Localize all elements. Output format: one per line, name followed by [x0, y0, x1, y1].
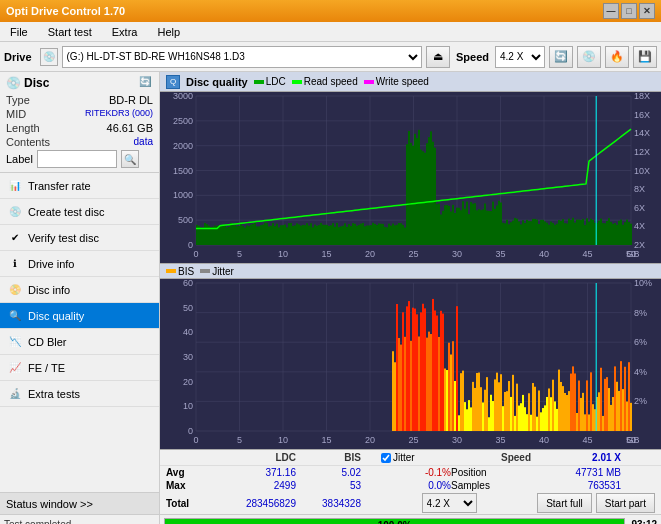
samples-value: 763531 — [531, 480, 621, 491]
stats-speed-header: Speed — [451, 452, 531, 463]
cd-bler-icon: 📉 — [8, 335, 22, 349]
label-input[interactable] — [37, 150, 117, 168]
progress-bar-container: Test completed — [0, 514, 159, 524]
content-area: Q Disc quality LDC Read speed Write spee… — [160, 72, 661, 524]
legend-bis-color — [166, 269, 176, 273]
length-value: 46.61 GB — [107, 122, 153, 134]
stats-max-row: Max 2499 53 0.0% Samples 763531 — [160, 479, 661, 492]
disc-quality-title: Disc quality — [186, 76, 248, 88]
legend-jitter: Jitter — [200, 266, 234, 277]
legend-jitter-label: Jitter — [212, 266, 234, 277]
menu-start-test[interactable]: Start test — [42, 24, 98, 40]
bottom-chart-canvas — [160, 279, 661, 449]
nav-extra-tests[interactable]: 🔬 Extra tests — [0, 381, 159, 407]
nav-create-test-disc[interactable]: 💿 Create test disc — [0, 199, 159, 225]
nav-cd-bler[interactable]: 📉 CD Bler — [0, 329, 159, 355]
disc-title: Disc — [24, 76, 49, 90]
speed-selector-area: 4.2 X — [422, 493, 477, 513]
save-button[interactable]: 💾 — [633, 46, 657, 68]
title-bar: Opti Drive Control 1.70 — □ ✕ — [0, 0, 661, 22]
drive-toolbar: Drive 💿 (G:) HL-DT-ST BD-RE WH16NS48 1.D… — [0, 42, 661, 72]
nav-fe-te[interactable]: 📈 FE / TE — [0, 355, 159, 381]
left-panel: 💿 Disc 🔄 Type BD-R DL MID RITEKDR3 (000)… — [0, 72, 160, 524]
nav-drive-info[interactable]: ℹ Drive info — [0, 251, 159, 277]
drive-label: Drive — [4, 51, 32, 63]
legend-bis-label: BIS — [178, 266, 194, 277]
total-ldc: 283456829 — [221, 498, 296, 509]
create-test-disc-icon: 💿 — [8, 205, 22, 219]
app-title: Opti Drive Control 1.70 — [6, 5, 125, 17]
fe-te-icon: 📈 — [8, 361, 22, 375]
start-full-button[interactable]: Start full — [537, 493, 592, 513]
menu-file[interactable]: File — [4, 24, 34, 40]
chart-icon: Q — [166, 75, 180, 89]
disc-icon: 💿 — [6, 76, 20, 90]
avg-jitter: -0.1% — [381, 467, 451, 478]
eject-button[interactable]: ⏏ — [426, 46, 450, 68]
samples-label: Samples — [451, 480, 531, 491]
stats-jitter-check-area: Jitter — [381, 452, 451, 463]
drive-icon: 💿 — [40, 48, 58, 66]
length-label: Length — [6, 122, 40, 134]
label-search-button[interactable]: 🔍 — [121, 150, 139, 168]
label-label: Label — [6, 153, 33, 165]
legend-ldc: LDC — [254, 76, 286, 87]
verify-test-disc-icon: ✔ — [8, 231, 22, 245]
action-buttons: Start full Start part — [537, 493, 655, 513]
bottom-chart — [160, 279, 661, 449]
jitter-checkbox[interactable] — [381, 453, 391, 463]
legend-bis: BIS — [166, 266, 194, 277]
legend-write-speed: Write speed — [364, 76, 429, 87]
start-part-button[interactable]: Start part — [596, 493, 655, 513]
legend-read-speed-label: Read speed — [304, 76, 358, 87]
drive-select[interactable]: (G:) HL-DT-ST BD-RE WH16NS48 1.D3 — [62, 46, 422, 68]
disc-quality-header: Q Disc quality LDC Read speed Write spee… — [160, 72, 661, 92]
mid-label: MID — [6, 108, 26, 120]
speed-select[interactable]: 4.2 X — [495, 46, 545, 68]
total-bis: 3834328 — [296, 498, 361, 509]
menu-help[interactable]: Help — [151, 24, 186, 40]
status-window-button[interactable]: Status window >> — [0, 492, 159, 514]
type-value: BD-R DL — [109, 94, 153, 106]
nav-disc-quality[interactable]: 🔍 Disc quality — [0, 303, 159, 329]
bis-legend-bar: BIS Jitter — [160, 263, 661, 279]
nav-disc-info-label: Disc info — [28, 284, 70, 296]
disc-button[interactable]: 💿 — [577, 46, 601, 68]
stats-bis-header: BIS — [296, 452, 361, 463]
disc-info-icon: 📀 — [8, 283, 22, 297]
minimize-button[interactable]: — — [603, 3, 619, 19]
pos-value: 47731 MB — [531, 467, 621, 478]
window-controls: — □ ✕ — [603, 3, 655, 19]
nav-drive-info-label: Drive info — [28, 258, 74, 270]
top-chart — [160, 92, 661, 263]
burn-button[interactable]: 🔥 — [605, 46, 629, 68]
stats-ldc-header: LDC — [221, 452, 296, 463]
nav-create-test-disc-label: Create test disc — [28, 206, 104, 218]
progress-bar-outer: 100.0% — [164, 518, 625, 525]
mid-value: RITEKDR3 (000) — [85, 108, 153, 120]
maximize-button[interactable]: □ — [621, 3, 637, 19]
disc-quality-icon: 🔍 — [8, 309, 22, 323]
nav-transfer-rate-label: Transfer rate — [28, 180, 91, 192]
drive-info-icon: ℹ — [8, 257, 22, 271]
nav-transfer-rate[interactable]: 📊 Transfer rate — [0, 173, 159, 199]
transfer-rate-icon: 📊 — [8, 179, 22, 193]
nav-fe-te-label: FE / TE — [28, 362, 65, 374]
menu-bar: File Start test Extra Help — [0, 22, 661, 42]
bottom-progress: 100.0% 93:12 — [160, 514, 661, 524]
close-button[interactable]: ✕ — [639, 3, 655, 19]
disc-refresh-icon[interactable]: 🔄 — [139, 76, 153, 90]
max-jitter: 0.0% — [381, 480, 451, 491]
nav-disc-info[interactable]: 📀 Disc info — [0, 277, 159, 303]
refresh-button[interactable]: 🔄 — [549, 46, 573, 68]
avg-ldc: 371.16 — [221, 467, 296, 478]
stats-spacer — [361, 452, 381, 463]
nav-verify-test-disc[interactable]: ✔ Verify test disc — [0, 225, 159, 251]
max-ldc: 2499 — [221, 480, 296, 491]
legend-read-speed-color — [292, 80, 302, 84]
test-speed-select[interactable]: 4.2 X — [422, 493, 477, 513]
legend-write-speed-color — [364, 80, 374, 84]
max-label: Max — [166, 480, 221, 491]
menu-extra[interactable]: Extra — [106, 24, 144, 40]
avg-label: Avg — [166, 467, 221, 478]
